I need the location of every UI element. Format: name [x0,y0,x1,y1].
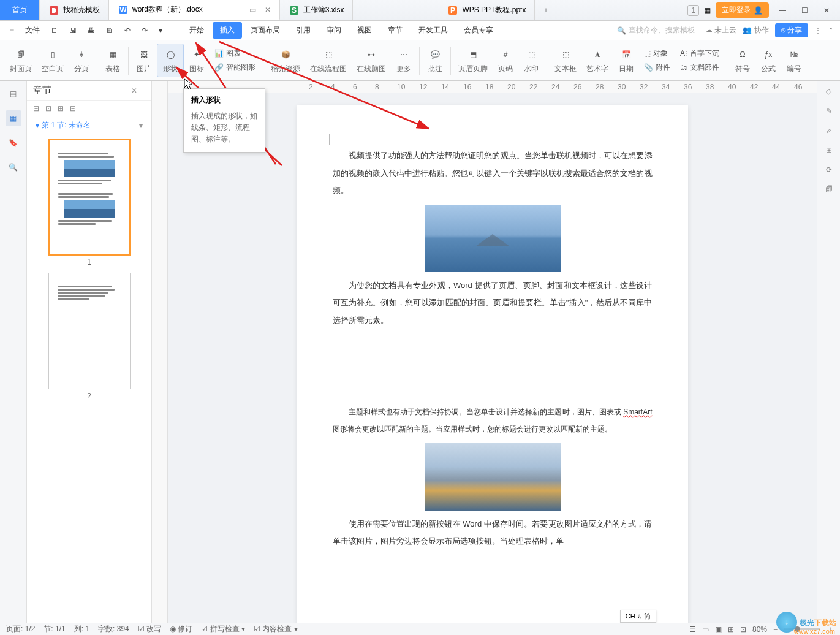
undo-icon[interactable]: ↶ [121,24,134,37]
view-mode-2-icon[interactable]: ▭ [702,625,709,634]
hamburger-icon[interactable]: ≡ [6,24,18,37]
status-section[interactable]: 节: 1/1 [44,624,65,634]
ribbon-page-num[interactable]: #页码 [493,44,518,77]
ribbon-blank-page[interactable]: ▯空白页 [37,44,69,77]
ime-indicator[interactable]: CH ♫ 简 [620,610,656,623]
ribbon-cover-page[interactable]: 🗐封面页 [5,44,37,77]
menu-start[interactable]: 开始 [182,22,211,39]
right-tool-5-icon[interactable]: ⟳ [826,165,832,174]
nav-collapse-icon[interactable]: ⊡ [45,104,51,113]
sidebar-bookmark-icon[interactable]: 🔖 [6,135,21,151]
tab-word-doc[interactable]: W word教程（新）.docx ▭ ✕ [109,0,280,20]
menu-member[interactable]: 会员专享 [456,22,501,39]
tab-ppt[interactable]: P WPS PPT教程.pptx [439,0,535,20]
zoom-fit-icon[interactable]: ⊡ [740,625,746,634]
view-mode-3-icon[interactable]: ▣ [715,625,722,634]
ribbon-number[interactable]: №编号 [781,44,807,77]
layout-icon[interactable]: ▦ [704,6,711,15]
page-thumbnail-2[interactable] [48,273,131,389]
ribbon-dropcap[interactable]: A⁝首字下沉 [678,47,722,60]
collapse-ribbon-icon[interactable]: ⌃ [828,26,834,35]
doc-image-1[interactable] [425,205,561,272]
status-rewrite[interactable]: ☑ 改写 [138,624,161,634]
status-content-check[interactable]: ☑ 内容检查 ▾ [254,624,298,634]
ribbon-doc-parts[interactable]: 🗂文档部件 [678,61,722,74]
doc-image-2[interactable] [425,443,561,511]
nav-pin-icon[interactable]: ⟂ [141,86,145,95]
tab-home[interactable]: 首页 [0,0,40,20]
print-icon[interactable]: 🖶 [84,24,99,37]
status-column[interactable]: 列: 1 [74,624,89,634]
status-spellcheck[interactable]: ☑ 拼写检查 ▾ [201,624,245,634]
ribbon-comment[interactable]: 💬批注 [422,44,448,77]
sidebar-outline-icon[interactable]: ▤ [6,86,21,102]
document-page[interactable]: 视频提供了功能强大的方法帮助您证明您的观点。当您单击联机视频时，可以在想要添加的… [297,105,688,623]
nav-close-icon[interactable]: ✕ [131,86,137,95]
menu-reference[interactable]: 引用 [289,22,318,39]
ribbon-smartart[interactable]: 🔗智能图形 [212,61,258,74]
redo-icon[interactable]: ↷ [138,24,151,37]
tab-xlsx[interactable]: S 工作簿3.xlsx [280,0,354,20]
status-revise[interactable]: ◉ 修订 [170,624,192,634]
nav-add-icon[interactable]: ⊞ [58,104,64,113]
document-scroll[interactable]: 视频提供了功能强大的方法帮助您证明您的观点。当您单击联机视频时，可以在想要添加的… [168,93,817,623]
menu-view[interactable]: 视图 [350,22,379,39]
ribbon-date[interactable]: 📅日期 [613,44,639,77]
section-dropdown-icon[interactable]: ▾ [139,121,143,130]
maximize-button[interactable]: ☐ [796,6,813,15]
right-tool-3-icon[interactable]: ⬀ [826,126,832,135]
menu-section[interactable]: 章节 [380,22,410,39]
print-preview-icon[interactable]: 🗎 [102,24,117,37]
ribbon-icon[interactable]: ✦图标 [184,44,210,77]
nav-expand-icon[interactable]: ⊟ [33,104,39,113]
sidebar-search-icon[interactable]: 🔍 [6,159,21,175]
right-tool-1-icon[interactable]: ◇ [826,87,831,96]
share-button[interactable]: ⎋ 分享 [775,23,808,37]
doc-paragraph-2[interactable]: 为使您的文档具有专业外观，Word 提供了页眉、页脚、封面和文本框设计，这些设计… [333,277,653,330]
save-icon[interactable]: 🖫 [66,24,80,37]
menu-review[interactable]: 审阅 [319,22,349,39]
ribbon-picture[interactable]: 🖼图片 [131,44,157,77]
view-mode-4-icon[interactable]: ⊞ [728,625,734,634]
close-button[interactable]: ✕ [818,6,835,15]
ribbon-equation[interactable]: ƒx公式 [755,44,781,77]
ribbon-wordart[interactable]: 𝐀艺术字 [581,44,613,77]
menu-dev[interactable]: 开发工具 [411,22,455,39]
dropdown-icon[interactable]: ▾ [155,24,166,37]
ribbon-watermark[interactable]: ⬚水印 [518,44,544,77]
ribbon-object[interactable]: ⬚对象 [641,47,673,60]
ribbon-chart[interactable]: 📊图表 [212,47,258,60]
sidebar-sections-icon[interactable]: ▦ [6,110,21,126]
ribbon-textbox[interactable]: ⬚文本框 [550,44,581,77]
login-button[interactable]: 立即登录 👤 [716,2,769,18]
ribbon-header-footer[interactable]: ⬒页眉页脚 [453,44,493,77]
vertical-ruler[interactable] [152,81,168,623]
right-tool-2-icon[interactable]: ✎ [826,107,832,115]
nav-remove-icon[interactable]: ⊟ [70,104,76,113]
ribbon-flow-online[interactable]: ⬚在线流程图 [305,44,352,77]
coop-button[interactable]: 👥 协作 [743,25,768,36]
more-menu-icon[interactable]: ⋮ [814,26,822,35]
tab-options-icon[interactable]: ▭ [249,6,256,14]
view-mode-1-icon[interactable]: ☰ [689,625,696,634]
right-tool-6-icon[interactable]: 🗐 [825,185,833,194]
tab-template[interactable]: 找稻壳模板 [40,0,109,20]
ribbon-shapes[interactable]: ◯形状 [157,44,184,77]
right-tool-4-icon[interactable]: ⊞ [826,146,832,154]
file-menu[interactable]: 文件 [21,23,44,38]
tab-close-icon[interactable]: ✕ [265,6,271,14]
menu-page-layout[interactable]: 页面布局 [243,22,287,39]
zoom-level[interactable]: 80% [752,625,767,634]
status-wordcount[interactable]: 字数: 394 [98,624,129,634]
command-search[interactable]: 🔍 查找命令、搜索模板 [613,23,699,37]
tab-add-button[interactable]: ＋ [535,0,557,20]
minimize-button[interactable]: — [774,6,791,15]
cloud-status[interactable]: ☁ 未上云 [705,25,736,36]
new-doc-icon[interactable]: 🗋 [47,24,62,37]
ribbon-more[interactable]: ⋯更多 [391,44,417,77]
ribbon-doker[interactable]: 📦稻壳资源 [266,44,305,77]
doc-paragraph-1[interactable]: 视频提供了功能强大的方法帮助您证明您的观点。当您单击联机视频时，可以在想要添加的… [333,147,653,200]
doc-paragraph-3[interactable]: 主题和样式也有助于文档保持协调。当您单击设计并选择新的主题时，图片、图表或 Sm… [333,403,653,438]
menu-insert[interactable]: 插入 [213,22,242,39]
section-1-item[interactable]: ▾ 第 1 节: 未命名 ▾ [27,116,151,134]
